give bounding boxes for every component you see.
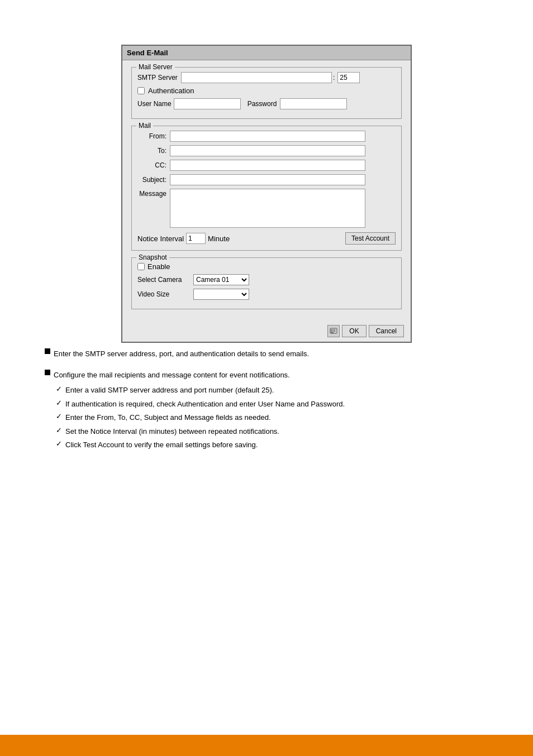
check-text-4: Set the Notice Interval (in minutes) bet… — [65, 426, 279, 437]
check-text-5: Click Test Account to verify the email s… — [65, 439, 258, 451]
dialog-title: Send E-Mail — [122, 46, 411, 60]
check-item-2: ✓ If authentication is required, check A… — [56, 399, 488, 410]
below-content: Enter the SMTP server address, port, and… — [0, 343, 533, 466]
select-camera-row: Select Camera Camera 01 — [137, 274, 396, 285]
section-line-1: Enter the SMTP server address, port, and… — [45, 348, 488, 360]
credentials-row: User Name Password — [137, 98, 396, 109]
video-size-label: Video Size — [137, 290, 193, 298]
check-item-5: ✓ Click Test Account to verify the email… — [56, 439, 488, 451]
notice-interval-input[interactable] — [186, 233, 206, 244]
auth-label: Authentication — [148, 87, 194, 95]
from-row: From: — [137, 131, 396, 142]
to-row: To: — [137, 145, 396, 156]
from-label: From: — [137, 132, 170, 140]
cc-label: CC: — [137, 161, 170, 169]
help-icon[interactable] — [327, 325, 340, 337]
check-text-2: If authentication is required, check Aut… — [65, 399, 345, 410]
bullet-1 — [45, 348, 50, 354]
check-symbol-5: ✓ — [56, 439, 62, 448]
check-symbol-2: ✓ — [56, 399, 62, 407]
message-row: Message — [137, 189, 396, 228]
enable-checkbox[interactable] — [137, 263, 145, 270]
svg-rect-7 — [331, 332, 334, 333]
section-block-2: Configure the mail recipients and messag… — [45, 370, 488, 451]
check-item-4: ✓ Set the Notice Interval (in minutes) b… — [56, 426, 488, 437]
bottom-bar — [0, 735, 533, 756]
from-input[interactable] — [170, 131, 365, 142]
check-item-1: ✓ Enter a valid SMTP server address and … — [56, 385, 488, 396]
svg-rect-2 — [332, 329, 334, 331]
minute-label: Minute — [208, 235, 230, 243]
subject-row: Subject: — [137, 174, 396, 185]
enable-row: Enable — [137, 262, 396, 271]
username-label: User Name — [137, 100, 172, 108]
camera-select[interactable]: Camera 01 — [193, 274, 249, 285]
auth-checkbox[interactable] — [137, 87, 145, 94]
section-text-2: Configure the mail recipients and messag… — [54, 370, 290, 381]
to-label: To: — [137, 147, 170, 155]
smtp-server-row: SMTP Server : — [137, 72, 396, 83]
notice-interval-label: Notice Interval — [137, 235, 184, 243]
check-symbol-1: ✓ — [56, 385, 62, 393]
message-textarea[interactable] — [170, 189, 365, 228]
colon-separator: : — [333, 74, 335, 82]
check-item-3: ✓ Enter the From, To, CC, Subject and Me… — [56, 412, 488, 423]
snapshot-group: Snapshot Enable Select Camera Camera 01 … — [131, 257, 402, 309]
video-size-select[interactable] — [193, 289, 249, 300]
ok-button[interactable]: OK — [342, 325, 366, 337]
check-text-3: Enter the From, To, CC, Subject and Mess… — [65, 412, 271, 423]
auth-row: Authentication — [137, 87, 396, 95]
subject-input[interactable] — [170, 174, 365, 185]
send-email-dialog: Send E-Mail Mail Server SMTP Server : Au… — [121, 45, 412, 343]
cc-input[interactable] — [170, 160, 365, 171]
username-input[interactable] — [174, 98, 241, 109]
snapshot-legend: Snapshot — [136, 253, 169, 261]
check-symbol-3: ✓ — [56, 412, 62, 420]
subject-label: Subject: — [137, 176, 170, 184]
svg-rect-6 — [334, 331, 335, 332]
smtp-server-input[interactable] — [181, 72, 332, 83]
to-input[interactable] — [170, 145, 365, 156]
checkmark-list: ✓ Enter a valid SMTP server address and … — [56, 385, 488, 451]
smtp-port-input[interactable] — [337, 72, 360, 83]
page-wrapper: Send E-Mail Mail Server SMTP Server : Au… — [0, 0, 533, 756]
mail-legend: Mail — [136, 122, 153, 130]
svg-rect-5 — [332, 331, 334, 332]
check-text-1: Enter a valid SMTP server address and po… — [65, 385, 274, 396]
check-symbol-4: ✓ — [56, 426, 62, 434]
video-size-row: Video Size — [137, 289, 396, 300]
password-input[interactable] — [280, 98, 347, 109]
enable-label: Enable — [147, 262, 170, 271]
section-text-1: Enter the SMTP server address, port, and… — [54, 348, 309, 360]
notice-interval-row: Notice Interval Minute Test Account — [137, 232, 396, 245]
section-block-1: Enter the SMTP server address, port, and… — [45, 348, 488, 360]
svg-rect-4 — [331, 331, 332, 332]
smtp-label: SMTP Server — [137, 74, 181, 82]
mail-server-legend: Mail Server — [136, 63, 175, 71]
dialog-body: Mail Server SMTP Server : Authentication… — [122, 60, 411, 322]
message-label: Message — [137, 189, 170, 198]
bullet-2 — [45, 370, 50, 375]
test-account-button[interactable]: Test Account — [345, 232, 396, 245]
mail-server-group: Mail Server SMTP Server : Authentication… — [131, 67, 402, 119]
svg-rect-1 — [331, 329, 332, 331]
dialog-footer: OK Cancel — [122, 322, 411, 342]
cancel-button[interactable]: Cancel — [369, 325, 404, 337]
select-camera-label: Select Camera — [137, 276, 193, 284]
mail-group: Mail From: To: CC: Subje — [131, 126, 402, 251]
section-line-2: Configure the mail recipients and messag… — [45, 370, 488, 381]
password-label: Password — [248, 100, 277, 108]
cc-row: CC: — [137, 160, 396, 171]
svg-rect-3 — [334, 329, 335, 331]
